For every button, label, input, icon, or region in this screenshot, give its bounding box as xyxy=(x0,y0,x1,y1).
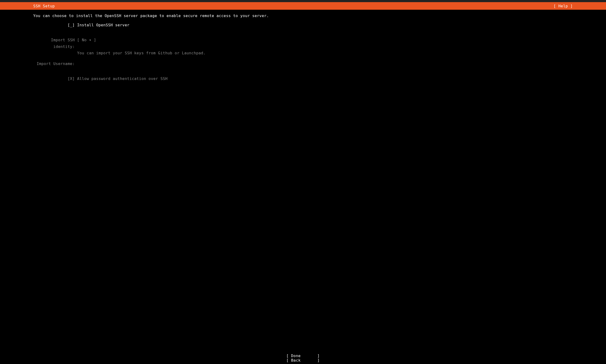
spacer xyxy=(33,67,573,76)
help-button[interactable]: [ Help ] xyxy=(554,4,573,8)
install-openssh-checkbox[interactable]: [_] xyxy=(68,22,75,28)
page-title: SSH Setup xyxy=(33,4,55,8)
allow-password-checkbox-col: [X] xyxy=(33,76,77,82)
install-openssh-row: [_] Install OpenSSH server xyxy=(33,22,573,28)
install-checkbox-col: [_] xyxy=(33,22,77,28)
top-strip xyxy=(0,0,606,2)
spacer xyxy=(33,56,573,61)
import-identity-value-col: [ No ▾ ] xyxy=(77,37,573,50)
import-identity-help: You can import your SSH keys from Github… xyxy=(77,50,573,56)
header-bar: SSH Setup [ Help ] xyxy=(0,2,606,10)
allow-password-row: [X] Allow password authentication over S… xyxy=(33,76,573,82)
import-identity-row: Import SSH identity: [ No ▾ ] xyxy=(33,37,573,50)
import-username-row: Import Username: xyxy=(33,61,573,67)
page-description: You can choose to install the OpenSSH se… xyxy=(33,13,573,18)
import-username-label: Import Username: xyxy=(33,61,77,67)
content-area: You can choose to install the OpenSSH se… xyxy=(0,10,606,364)
import-identity-help-row: You can import your SSH keys from Github… xyxy=(33,50,573,56)
import-username-input[interactable] xyxy=(77,61,573,67)
done-button[interactable]: [ Done ] xyxy=(286,353,320,358)
import-identity-dropdown[interactable]: [ No ▾ ] xyxy=(77,37,96,43)
form-container: [_] Install OpenSSH server Import SSH id… xyxy=(33,22,573,364)
footer-buttons: [ Done ] [ Back ] xyxy=(0,353,606,363)
empty-label xyxy=(33,50,77,56)
allow-password-checkbox[interactable]: [X] xyxy=(68,76,75,82)
allow-password-label: Allow password authentication over SSH xyxy=(77,76,573,82)
back-button[interactable]: [ Back ] xyxy=(286,358,320,363)
spacer xyxy=(33,28,573,37)
import-identity-label: Import SSH identity: xyxy=(33,37,77,50)
install-openssh-label: Install OpenSSH server xyxy=(77,22,573,28)
